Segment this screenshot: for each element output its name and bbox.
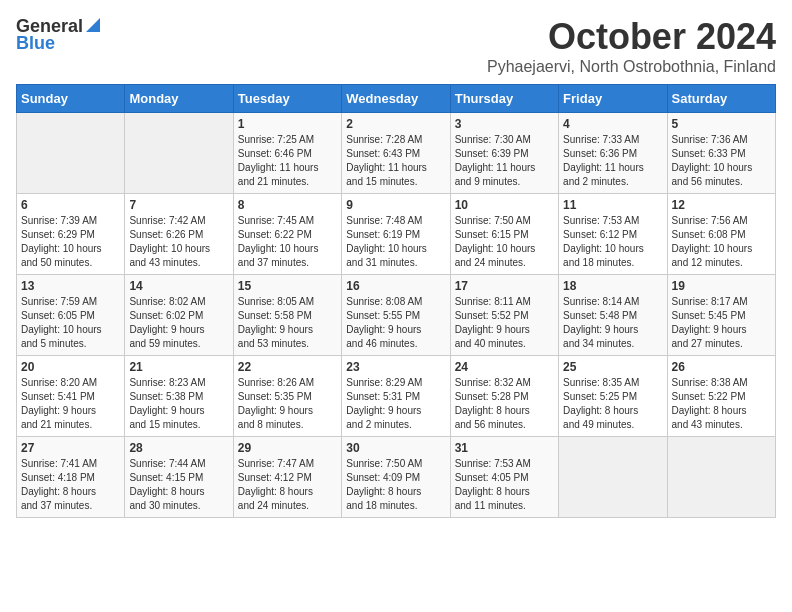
calendar-cell: 20Sunrise: 8:20 AM Sunset: 5:41 PM Dayli… — [17, 356, 125, 437]
calendar-cell: 15Sunrise: 8:05 AM Sunset: 5:58 PM Dayli… — [233, 275, 341, 356]
title-area: October 2024 Pyhaejaervi, North Ostrobot… — [487, 16, 776, 76]
calendar-body: 1Sunrise: 7:25 AM Sunset: 6:46 PM Daylig… — [17, 113, 776, 518]
day-number: 26 — [672, 360, 771, 374]
day-info: Sunrise: 8:20 AM Sunset: 5:41 PM Dayligh… — [21, 376, 120, 432]
calendar-week-5: 27Sunrise: 7:41 AM Sunset: 4:18 PM Dayli… — [17, 437, 776, 518]
calendar-cell: 8Sunrise: 7:45 AM Sunset: 6:22 PM Daylig… — [233, 194, 341, 275]
day-header-wednesday: Wednesday — [342, 85, 450, 113]
day-info: Sunrise: 8:32 AM Sunset: 5:28 PM Dayligh… — [455, 376, 554, 432]
day-info: Sunrise: 7:48 AM Sunset: 6:19 PM Dayligh… — [346, 214, 445, 270]
calendar-cell: 31Sunrise: 7:53 AM Sunset: 4:05 PM Dayli… — [450, 437, 558, 518]
day-number: 2 — [346, 117, 445, 131]
day-info: Sunrise: 8:17 AM Sunset: 5:45 PM Dayligh… — [672, 295, 771, 351]
calendar-cell: 23Sunrise: 8:29 AM Sunset: 5:31 PM Dayli… — [342, 356, 450, 437]
calendar-cell: 4Sunrise: 7:33 AM Sunset: 6:36 PM Daylig… — [559, 113, 667, 194]
day-info: Sunrise: 7:41 AM Sunset: 4:18 PM Dayligh… — [21, 457, 120, 513]
day-info: Sunrise: 7:50 AM Sunset: 6:15 PM Dayligh… — [455, 214, 554, 270]
day-number: 18 — [563, 279, 662, 293]
day-number: 16 — [346, 279, 445, 293]
logo-triangle-icon — [86, 18, 100, 36]
calendar-table: SundayMondayTuesdayWednesdayThursdayFrid… — [16, 84, 776, 518]
day-number: 13 — [21, 279, 120, 293]
calendar-cell: 24Sunrise: 8:32 AM Sunset: 5:28 PM Dayli… — [450, 356, 558, 437]
day-number: 19 — [672, 279, 771, 293]
day-info: Sunrise: 8:11 AM Sunset: 5:52 PM Dayligh… — [455, 295, 554, 351]
day-number: 15 — [238, 279, 337, 293]
day-info: Sunrise: 8:23 AM Sunset: 5:38 PM Dayligh… — [129, 376, 228, 432]
calendar-cell: 3Sunrise: 7:30 AM Sunset: 6:39 PM Daylig… — [450, 113, 558, 194]
day-info: Sunrise: 7:53 AM Sunset: 4:05 PM Dayligh… — [455, 457, 554, 513]
calendar-week-1: 1Sunrise: 7:25 AM Sunset: 6:46 PM Daylig… — [17, 113, 776, 194]
calendar-cell: 5Sunrise: 7:36 AM Sunset: 6:33 PM Daylig… — [667, 113, 775, 194]
day-info: Sunrise: 8:35 AM Sunset: 5:25 PM Dayligh… — [563, 376, 662, 432]
day-number: 27 — [21, 441, 120, 455]
calendar-cell: 29Sunrise: 7:47 AM Sunset: 4:12 PM Dayli… — [233, 437, 341, 518]
day-header-monday: Monday — [125, 85, 233, 113]
day-number: 4 — [563, 117, 662, 131]
day-info: Sunrise: 7:44 AM Sunset: 4:15 PM Dayligh… — [129, 457, 228, 513]
calendar-cell: 14Sunrise: 8:02 AM Sunset: 6:02 PM Dayli… — [125, 275, 233, 356]
day-number: 12 — [672, 198, 771, 212]
day-info: Sunrise: 8:26 AM Sunset: 5:35 PM Dayligh… — [238, 376, 337, 432]
calendar-week-4: 20Sunrise: 8:20 AM Sunset: 5:41 PM Dayli… — [17, 356, 776, 437]
calendar-cell: 30Sunrise: 7:50 AM Sunset: 4:09 PM Dayli… — [342, 437, 450, 518]
calendar-cell: 18Sunrise: 8:14 AM Sunset: 5:48 PM Dayli… — [559, 275, 667, 356]
day-number: 14 — [129, 279, 228, 293]
day-info: Sunrise: 8:38 AM Sunset: 5:22 PM Dayligh… — [672, 376, 771, 432]
day-number: 29 — [238, 441, 337, 455]
calendar-cell: 19Sunrise: 8:17 AM Sunset: 5:45 PM Dayli… — [667, 275, 775, 356]
calendar-cell: 6Sunrise: 7:39 AM Sunset: 6:29 PM Daylig… — [17, 194, 125, 275]
day-info: Sunrise: 8:29 AM Sunset: 5:31 PM Dayligh… — [346, 376, 445, 432]
day-info: Sunrise: 8:02 AM Sunset: 6:02 PM Dayligh… — [129, 295, 228, 351]
day-info: Sunrise: 7:25 AM Sunset: 6:46 PM Dayligh… — [238, 133, 337, 189]
day-info: Sunrise: 8:08 AM Sunset: 5:55 PM Dayligh… — [346, 295, 445, 351]
day-number: 21 — [129, 360, 228, 374]
day-number: 20 — [21, 360, 120, 374]
day-number: 25 — [563, 360, 662, 374]
calendar-cell: 25Sunrise: 8:35 AM Sunset: 5:25 PM Dayli… — [559, 356, 667, 437]
calendar-cell: 10Sunrise: 7:50 AM Sunset: 6:15 PM Dayli… — [450, 194, 558, 275]
calendar-cell — [667, 437, 775, 518]
day-number: 23 — [346, 360, 445, 374]
day-info: Sunrise: 7:28 AM Sunset: 6:43 PM Dayligh… — [346, 133, 445, 189]
day-number: 5 — [672, 117, 771, 131]
calendar-week-3: 13Sunrise: 7:59 AM Sunset: 6:05 PM Dayli… — [17, 275, 776, 356]
calendar-cell — [559, 437, 667, 518]
day-number: 6 — [21, 198, 120, 212]
calendar-cell: 17Sunrise: 8:11 AM Sunset: 5:52 PM Dayli… — [450, 275, 558, 356]
day-number: 24 — [455, 360, 554, 374]
day-info: Sunrise: 7:36 AM Sunset: 6:33 PM Dayligh… — [672, 133, 771, 189]
day-info: Sunrise: 7:42 AM Sunset: 6:26 PM Dayligh… — [129, 214, 228, 270]
day-number: 8 — [238, 198, 337, 212]
day-header-saturday: Saturday — [667, 85, 775, 113]
logo-blue-text: Blue — [16, 33, 55, 54]
day-header-tuesday: Tuesday — [233, 85, 341, 113]
calendar-cell: 16Sunrise: 8:08 AM Sunset: 5:55 PM Dayli… — [342, 275, 450, 356]
calendar-cell: 9Sunrise: 7:48 AM Sunset: 6:19 PM Daylig… — [342, 194, 450, 275]
header: General Blue October 2024 Pyhaejaervi, N… — [16, 16, 776, 76]
calendar-header: SundayMondayTuesdayWednesdayThursdayFrid… — [17, 85, 776, 113]
day-info: Sunrise: 7:33 AM Sunset: 6:36 PM Dayligh… — [563, 133, 662, 189]
calendar-week-2: 6Sunrise: 7:39 AM Sunset: 6:29 PM Daylig… — [17, 194, 776, 275]
day-number: 9 — [346, 198, 445, 212]
day-info: Sunrise: 7:53 AM Sunset: 6:12 PM Dayligh… — [563, 214, 662, 270]
calendar-cell: 28Sunrise: 7:44 AM Sunset: 4:15 PM Dayli… — [125, 437, 233, 518]
location-title: Pyhaejaervi, North Ostrobothnia, Finland — [487, 58, 776, 76]
calendar-cell: 26Sunrise: 8:38 AM Sunset: 5:22 PM Dayli… — [667, 356, 775, 437]
calendar-cell: 1Sunrise: 7:25 AM Sunset: 6:46 PM Daylig… — [233, 113, 341, 194]
day-header-thursday: Thursday — [450, 85, 558, 113]
logo: General Blue — [16, 16, 100, 54]
calendar-cell: 2Sunrise: 7:28 AM Sunset: 6:43 PM Daylig… — [342, 113, 450, 194]
day-info: Sunrise: 7:39 AM Sunset: 6:29 PM Dayligh… — [21, 214, 120, 270]
day-number: 17 — [455, 279, 554, 293]
day-number: 31 — [455, 441, 554, 455]
calendar-cell: 13Sunrise: 7:59 AM Sunset: 6:05 PM Dayli… — [17, 275, 125, 356]
day-number: 10 — [455, 198, 554, 212]
day-info: Sunrise: 7:50 AM Sunset: 4:09 PM Dayligh… — [346, 457, 445, 513]
calendar-cell: 12Sunrise: 7:56 AM Sunset: 6:08 PM Dayli… — [667, 194, 775, 275]
day-info: Sunrise: 7:56 AM Sunset: 6:08 PM Dayligh… — [672, 214, 771, 270]
day-info: Sunrise: 8:05 AM Sunset: 5:58 PM Dayligh… — [238, 295, 337, 351]
calendar-cell: 27Sunrise: 7:41 AM Sunset: 4:18 PM Dayli… — [17, 437, 125, 518]
calendar-cell: 11Sunrise: 7:53 AM Sunset: 6:12 PM Dayli… — [559, 194, 667, 275]
calendar-cell: 22Sunrise: 8:26 AM Sunset: 5:35 PM Dayli… — [233, 356, 341, 437]
